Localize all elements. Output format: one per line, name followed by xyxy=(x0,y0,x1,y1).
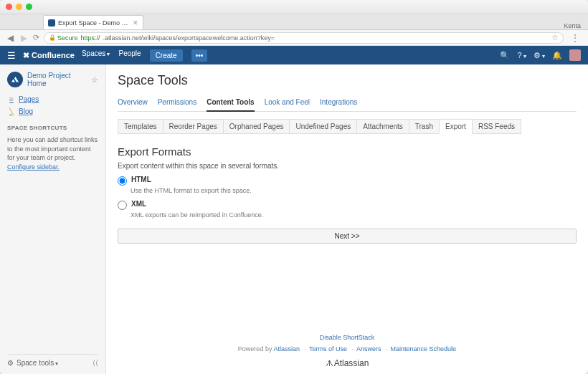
footer-answers-link[interactable]: Answers xyxy=(356,345,381,353)
radio-xml[interactable] xyxy=(118,201,127,210)
close-tab-icon[interactable]: ✕ xyxy=(133,19,138,27)
subtab-undefined-pages[interactable]: Undefined Pages xyxy=(289,119,357,134)
subtab-reorder-pages[interactable]: Reorder Pages xyxy=(163,119,224,134)
shortcuts-heading: SPACE SHORTCUTS xyxy=(7,125,98,131)
tab-favicon-icon xyxy=(48,19,55,27)
sidebar-item-blog[interactable]: ╲ Blog xyxy=(7,105,98,118)
nav-spaces[interactable]: Spaces xyxy=(82,49,110,62)
minimize-window-icon[interactable] xyxy=(16,4,22,10)
radio-xml-desc: XML exports can be reimported in Conflue… xyxy=(131,211,577,219)
search-icon[interactable]: 🔍 xyxy=(500,51,510,60)
header-nav: Spaces People Create ••• xyxy=(82,49,207,62)
gear-icon[interactable]: ⚙ xyxy=(534,51,545,60)
forward-button[interactable]: ▶ xyxy=(19,33,29,43)
export-option-xml[interactable]: XML xyxy=(118,200,577,210)
header-actions: 🔍 ? ⚙ 🔔 xyxy=(500,49,581,61)
subtab-rss-feeds[interactable]: RSS Feeds xyxy=(472,119,521,134)
profile-name: Kenta xyxy=(564,22,588,29)
traffic-lights xyxy=(6,4,32,10)
browser-menu-icon[interactable]: ⋮ xyxy=(568,33,582,43)
space-name: Demo Project Home xyxy=(27,72,87,87)
create-more-button[interactable]: ••• xyxy=(191,49,208,62)
atlassian-brand: ⩚Atlassian xyxy=(118,358,577,368)
sidebar-footer[interactable]: ⚙ Space tools ⟨⟨ xyxy=(7,354,98,367)
radio-html-desc: Use the HTML format to export this space… xyxy=(131,187,577,194)
user-avatar[interactable] xyxy=(569,49,581,61)
window-titlebar xyxy=(0,0,588,14)
tab-integrations[interactable]: Integrations xyxy=(320,95,357,111)
browser-tab[interactable]: Export Space - Demo Projec… ✕ xyxy=(43,15,143,29)
browser-window: Export Space - Demo Projec… ✕ Kenta ◀ ▶ … xyxy=(0,0,588,374)
url-protocol: https:// xyxy=(81,34,100,42)
close-window-icon[interactable] xyxy=(6,4,12,10)
help-icon[interactable]: ? xyxy=(517,51,526,59)
subtab-trash[interactable]: Trash xyxy=(409,119,440,134)
url-path: .atlassian.net/wiki/spaces/exportspacewe… xyxy=(103,34,275,42)
reload-button[interactable]: ⟳ xyxy=(33,33,39,42)
sidebar-item-pages[interactable]: ≡ Pages xyxy=(7,93,98,105)
tab-content-tools[interactable]: Content Tools xyxy=(207,95,254,112)
footer-atlassian-link[interactable]: Atlassian xyxy=(273,345,300,353)
fullscreen-window-icon[interactable] xyxy=(26,4,32,10)
notifications-icon[interactable]: 🔔 xyxy=(552,51,562,60)
subtab-templates[interactable]: Templates xyxy=(118,119,163,134)
section-description: Export content within this space in seve… xyxy=(118,162,577,170)
collapse-sidebar-icon[interactable]: ⟨⟨ xyxy=(93,359,98,367)
main-content: Space Tools Overview Permissions Content… xyxy=(106,64,588,374)
content-tools-subtabs: Templates Reorder Pages Orphaned Pages U… xyxy=(118,119,577,134)
address-bar[interactable]: 🔒 Secure https:// .atlassian.net/wiki/sp… xyxy=(44,32,564,44)
browser-toolbar: ◀ ▶ ⟳ 🔒 Secure https:// .atlassian.net/w… xyxy=(0,30,588,46)
tab-look-and-feel[interactable]: Look and Feel xyxy=(265,95,310,111)
radio-html-label: HTML xyxy=(131,176,151,183)
bookmark-star-icon[interactable]: ☆ xyxy=(551,33,559,42)
next-button[interactable]: Next >> xyxy=(118,229,577,244)
atlassian-logo-icon: ⩚ xyxy=(326,358,334,368)
disable-shortstack-link[interactable]: Disable ShortStack xyxy=(320,334,375,341)
footer-terms-link[interactable]: Terms of Use xyxy=(309,345,347,353)
subtab-orphaned-pages[interactable]: Orphaned Pages xyxy=(223,119,290,134)
app-header: ☰ ✖ Confluence Spaces People Create ••• … xyxy=(0,46,588,64)
secure-badge: 🔒 Secure xyxy=(49,34,78,42)
sidebar: Demo Project Home ☆ ≡ Pages ╲ Blog SPACE… xyxy=(0,64,106,374)
subtab-export[interactable]: Export xyxy=(439,119,473,134)
footer-maintenance-link[interactable]: Maintenance Schedule xyxy=(391,345,457,353)
favorite-star-icon[interactable]: ☆ xyxy=(91,75,98,85)
rss-icon: ╲ xyxy=(7,107,16,115)
space-header[interactable]: Demo Project Home ☆ xyxy=(7,72,98,87)
space-tools-tabs: Overview Permissions Content Tools Look … xyxy=(118,95,577,112)
gear-icon: ⚙ xyxy=(7,359,14,367)
page-footer: Disable ShortStack Powered by Atlassian … xyxy=(118,317,577,368)
app-logo[interactable]: ✖ Confluence xyxy=(23,51,75,60)
section-title: Export Formats xyxy=(118,145,577,158)
workarea: Demo Project Home ☆ ≡ Pages ╲ Blog SPACE… xyxy=(0,64,588,374)
subtab-attachments[interactable]: Attachments xyxy=(356,119,409,134)
export-option-html[interactable]: HTML xyxy=(118,176,577,186)
confluence-icon: ✖ xyxy=(23,51,29,60)
shortcuts-help: Here you can add shortcut links to the m… xyxy=(7,135,98,171)
configure-sidebar-link[interactable]: Configure sidebar. xyxy=(7,163,60,171)
create-button[interactable]: Create xyxy=(150,49,183,62)
tab-permissions[interactable]: Permissions xyxy=(158,95,196,111)
pages-icon: ≡ xyxy=(7,95,16,103)
browser-tabstrip: Export Space - Demo Projec… ✕ Kenta xyxy=(0,14,588,30)
tab-title: Export Space - Demo Projec… xyxy=(58,19,130,27)
space-avatar-icon xyxy=(7,72,23,87)
nav-people[interactable]: People xyxy=(119,49,141,62)
tab-overview[interactable]: Overview xyxy=(118,95,148,111)
radio-xml-label: XML xyxy=(131,200,146,208)
app-menu-icon[interactable]: ☰ xyxy=(7,50,16,61)
back-button[interactable]: ◀ xyxy=(6,33,15,43)
radio-html[interactable] xyxy=(118,176,127,186)
lock-icon: 🔒 xyxy=(49,34,56,41)
page-title: Space Tools xyxy=(118,73,577,88)
